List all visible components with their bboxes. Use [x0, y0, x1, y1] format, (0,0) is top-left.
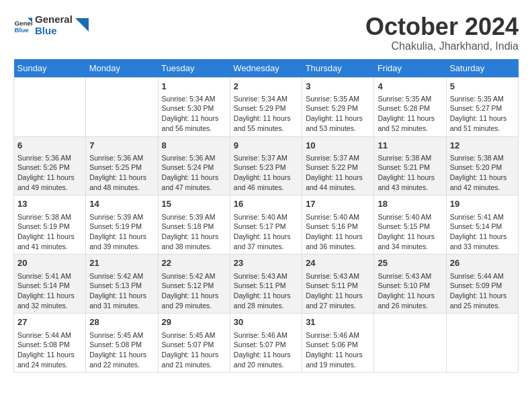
day-info: Sunrise: 5:45 AMSunset: 5:07 PMDaylight:…: [162, 330, 226, 370]
calendar-cell: 16Sunrise: 5:40 AMSunset: 5:17 PMDayligh…: [230, 195, 302, 255]
weekday-header-thursday: Thursday: [302, 59, 374, 78]
day-info: Sunrise: 5:45 AMSunset: 5:08 PMDaylight:…: [89, 330, 154, 370]
day-info: Sunrise: 5:36 AMSunset: 5:25 PMDaylight:…: [89, 153, 154, 193]
weekday-header-sunday: Sunday: [14, 59, 86, 78]
day-number: 13: [17, 198, 82, 210]
calendar-cell: 3Sunrise: 5:35 AMSunset: 5:29 PMDaylight…: [302, 77, 374, 136]
day-number: 7: [89, 140, 154, 152]
logo-blue: Blue: [35, 25, 73, 36]
day-info: Sunrise: 5:38 AMSunset: 5:19 PMDaylight:…: [17, 212, 82, 252]
day-number: 22: [162, 257, 226, 269]
calendar-cell: [86, 77, 158, 136]
day-number: 17: [306, 198, 370, 210]
day-number: 8: [162, 140, 226, 152]
calendar-cell: 15Sunrise: 5:39 AMSunset: 5:18 PMDayligh…: [158, 195, 230, 255]
calendar-cell: 10Sunrise: 5:37 AMSunset: 5:22 PMDayligh…: [302, 136, 374, 195]
day-info: Sunrise: 5:34 AMSunset: 5:29 PMDaylight:…: [234, 94, 298, 134]
day-number: 28: [89, 316, 154, 328]
calendar-cell: [14, 77, 86, 136]
day-info: Sunrise: 5:42 AMSunset: 5:13 PMDaylight:…: [89, 271, 154, 311]
day-info: Sunrise: 5:41 AMSunset: 5:14 PMDaylight:…: [450, 212, 515, 252]
day-info: Sunrise: 5:40 AMSunset: 5:15 PMDaylight:…: [378, 212, 442, 252]
calendar-cell: 30Sunrise: 5:46 AMSunset: 5:07 PMDayligh…: [230, 314, 302, 373]
calendar-cell: 31Sunrise: 5:46 AMSunset: 5:06 PMDayligh…: [302, 314, 374, 373]
calendar-cell: 13Sunrise: 5:38 AMSunset: 5:19 PMDayligh…: [14, 195, 86, 255]
day-info: Sunrise: 5:38 AMSunset: 5:20 PMDaylight:…: [450, 153, 515, 193]
day-info: Sunrise: 5:43 AMSunset: 5:11 PMDaylight:…: [306, 271, 370, 311]
day-number: 24: [306, 257, 370, 269]
calendar-cell: 6Sunrise: 5:36 AMSunset: 5:26 PMDaylight…: [14, 136, 86, 195]
day-info: Sunrise: 5:43 AMSunset: 5:10 PMDaylight:…: [378, 271, 442, 311]
calendar-cell: 5Sunrise: 5:35 AMSunset: 5:27 PMDaylight…: [446, 77, 518, 136]
calendar-cell: 14Sunrise: 5:39 AMSunset: 5:19 PMDayligh…: [86, 195, 158, 255]
weekday-header-saturday: Saturday: [446, 59, 518, 78]
calendar-cell: 17Sunrise: 5:40 AMSunset: 5:16 PMDayligh…: [302, 195, 374, 255]
calendar-table: SundayMondayTuesdayWednesdayThursdayFrid…: [13, 59, 519, 373]
day-number: 27: [17, 316, 82, 328]
day-number: 26: [450, 257, 515, 269]
day-number: 19: [450, 198, 515, 210]
calendar-cell: 1Sunrise: 5:34 AMSunset: 5:30 PMDaylight…: [158, 77, 230, 136]
weekday-header-wednesday: Wednesday: [230, 59, 302, 78]
weekday-header-friday: Friday: [374, 59, 446, 78]
day-number: 10: [306, 140, 370, 152]
day-info: Sunrise: 5:42 AMSunset: 5:12 PMDaylight:…: [162, 271, 226, 311]
calendar-cell: [374, 314, 446, 373]
day-number: 6: [17, 140, 82, 152]
page-header: General Blue General Blue October 2024 C…: [13, 13, 519, 52]
calendar-cell: 21Sunrise: 5:42 AMSunset: 5:13 PMDayligh…: [86, 255, 158, 314]
day-number: 15: [162, 198, 226, 210]
weekday-header-tuesday: Tuesday: [158, 59, 230, 78]
day-info: Sunrise: 5:37 AMSunset: 5:22 PMDaylight:…: [306, 153, 370, 193]
calendar-cell: [446, 314, 518, 373]
calendar-cell: 23Sunrise: 5:43 AMSunset: 5:11 PMDayligh…: [230, 255, 302, 314]
day-info: Sunrise: 5:37 AMSunset: 5:23 PMDaylight:…: [234, 153, 298, 193]
day-number: 31: [306, 316, 370, 328]
day-number: 5: [450, 81, 515, 93]
day-info: Sunrise: 5:40 AMSunset: 5:17 PMDaylight:…: [234, 212, 298, 252]
calendar-cell: 8Sunrise: 5:36 AMSunset: 5:24 PMDaylight…: [158, 136, 230, 195]
title-block: October 2024 Chakulia, Jharkhand, India: [365, 13, 519, 52]
day-number: 30: [234, 316, 298, 328]
month-title: October 2024: [365, 13, 519, 40]
day-info: Sunrise: 5:36 AMSunset: 5:24 PMDaylight:…: [162, 153, 226, 193]
weekday-header-monday: Monday: [86, 59, 158, 78]
calendar-cell: 11Sunrise: 5:38 AMSunset: 5:21 PMDayligh…: [374, 136, 446, 195]
day-number: 21: [89, 257, 154, 269]
calendar-cell: 19Sunrise: 5:41 AMSunset: 5:14 PMDayligh…: [446, 195, 518, 255]
calendar-cell: 12Sunrise: 5:38 AMSunset: 5:20 PMDayligh…: [446, 136, 518, 195]
day-number: 25: [378, 257, 442, 269]
calendar-cell: 2Sunrise: 5:34 AMSunset: 5:29 PMDaylight…: [230, 77, 302, 136]
day-info: Sunrise: 5:39 AMSunset: 5:18 PMDaylight:…: [162, 212, 226, 252]
svg-marker-3: [75, 18, 89, 32]
day-info: Sunrise: 5:35 AMSunset: 5:29 PMDaylight:…: [306, 94, 370, 134]
svg-text:Blue: Blue: [14, 26, 29, 34]
day-number: 12: [450, 140, 515, 152]
day-info: Sunrise: 5:35 AMSunset: 5:27 PMDaylight:…: [450, 94, 515, 134]
calendar-cell: 25Sunrise: 5:43 AMSunset: 5:10 PMDayligh…: [374, 255, 446, 314]
day-info: Sunrise: 5:44 AMSunset: 5:08 PMDaylight:…: [17, 330, 82, 370]
day-number: 3: [306, 81, 370, 93]
day-info: Sunrise: 5:46 AMSunset: 5:07 PMDaylight:…: [234, 330, 298, 370]
day-info: Sunrise: 5:44 AMSunset: 5:09 PMDaylight:…: [450, 271, 515, 311]
day-info: Sunrise: 5:41 AMSunset: 5:14 PMDaylight:…: [17, 271, 82, 311]
calendar-cell: 26Sunrise: 5:44 AMSunset: 5:09 PMDayligh…: [446, 255, 518, 314]
calendar-cell: 4Sunrise: 5:35 AMSunset: 5:28 PMDaylight…: [374, 77, 446, 136]
day-info: Sunrise: 5:43 AMSunset: 5:11 PMDaylight:…: [234, 271, 298, 311]
calendar-cell: 7Sunrise: 5:36 AMSunset: 5:25 PMDaylight…: [86, 136, 158, 195]
logo-general: General: [35, 13, 73, 25]
calendar-cell: 9Sunrise: 5:37 AMSunset: 5:23 PMDaylight…: [230, 136, 302, 195]
day-number: 4: [378, 81, 442, 93]
day-number: 11: [378, 140, 442, 152]
day-number: 2: [234, 81, 298, 93]
logo-icon: General Blue: [13, 15, 32, 34]
day-number: 14: [89, 198, 154, 210]
day-number: 29: [162, 316, 226, 328]
calendar-cell: 28Sunrise: 5:45 AMSunset: 5:08 PMDayligh…: [86, 314, 158, 373]
day-info: Sunrise: 5:35 AMSunset: 5:28 PMDaylight:…: [378, 94, 442, 134]
logo: General Blue General Blue: [13, 13, 89, 36]
calendar-cell: 20Sunrise: 5:41 AMSunset: 5:14 PMDayligh…: [14, 255, 86, 314]
day-number: 16: [234, 198, 298, 210]
logo-arrow-icon: [75, 18, 89, 32]
calendar-cell: 22Sunrise: 5:42 AMSunset: 5:12 PMDayligh…: [158, 255, 230, 314]
